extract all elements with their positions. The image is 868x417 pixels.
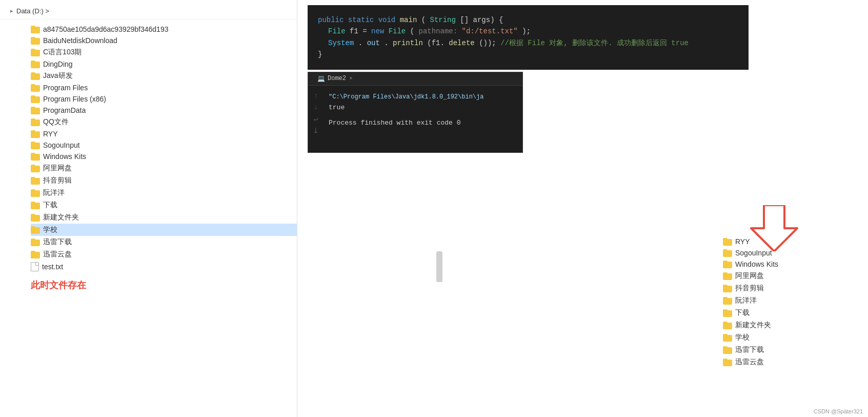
comment: //根据 File 对象, 删除该文件. 成功删除后返回 true [500, 39, 689, 47]
folder-icon [31, 37, 40, 45]
file-name: 阮洋洋 [43, 188, 65, 197]
keyword-new: new [371, 27, 384, 35]
folder-icon [31, 26, 40, 33]
file-name: RYY [43, 130, 58, 138]
folder-icon [31, 165, 40, 172]
string-value: "d:/test.txt" [462, 27, 518, 35]
terminal-gutter: ↑ ↓ ↵ ⤓ [308, 90, 324, 148]
list-item[interactable]: 学校 [723, 331, 778, 344]
list-item[interactable]: 迅雷云盘 [31, 248, 297, 261]
file-name: 下载 [735, 308, 750, 317]
file-name: 下载 [43, 201, 57, 210]
file-name: C语言103期 [43, 48, 82, 57]
list-item[interactable]: BaiduNetdiskDownload [31, 35, 297, 46]
file-name: SogouInput [735, 249, 772, 257]
main-container: ▸ Data (D:) > a84750ae105da9d6ac93929bf3… [0, 0, 868, 417]
keyword-public: public [318, 16, 344, 24]
terminal-panel: 💻 Dome2 × ↑ ↓ ↵ ⤓ "C:\Program Files\Java… [308, 72, 523, 153]
file-name: Program Files (x86) [43, 95, 106, 103]
file-name: 阮洋洋 [735, 296, 757, 305]
file-name: QQ文件 [43, 117, 69, 127]
println-word: println [393, 39, 423, 47]
list-item[interactable]: 抖音剪辑 [723, 282, 778, 294]
list-item[interactable]: QQ文件 [31, 116, 297, 128]
list-item[interactable]: ProgramData [31, 105, 297, 116]
type-file: File [328, 27, 346, 35]
list-item[interactable]: 迅雷下载 [723, 344, 778, 356]
status-text: 此时文件存在 [0, 273, 297, 291]
list-item[interactable]: 迅雷云盘 [723, 356, 778, 368]
keyword-void: void [378, 16, 396, 24]
folder-icon [31, 153, 40, 161]
right-file-list: RYYSogouInputWindows Kits阿里网盘抖音剪辑阮洋洋下载新建… [723, 236, 778, 368]
list-item[interactable]: 下载 [31, 199, 297, 211]
file-name: RYY [735, 237, 750, 246]
file-name: 阿里网盘 [735, 271, 764, 281]
code-line-4: } [318, 49, 738, 60]
list-item[interactable]: 学校 [31, 224, 297, 236]
folder-icon [723, 346, 732, 354]
list-item[interactable]: Windows Kits [31, 151, 297, 162]
gutter-wrap[interactable]: ↵ [314, 114, 318, 123]
folder-icon [31, 95, 40, 103]
list-item[interactable]: 下载 [723, 307, 778, 319]
file-name: 新建文件夹 [43, 213, 79, 222]
file-name: 迅雷下载 [43, 237, 72, 247]
folder-icon [723, 334, 732, 342]
folder-icon [31, 202, 40, 209]
folder-icon [31, 226, 40, 234]
list-item[interactable]: test.txt [31, 261, 297, 273]
gutter-down[interactable]: ↓ [314, 103, 318, 111]
file-name: 抖音剪辑 [43, 176, 72, 185]
list-item[interactable]: C语言103期 [31, 46, 297, 58]
list-item[interactable]: 阿里网盘 [31, 162, 297, 174]
out-word: out [367, 39, 380, 47]
folder-icon [31, 239, 40, 246]
list-item[interactable]: 新建文件夹 [723, 319, 778, 331]
terminal-tab[interactable]: 💻 Dome2 × [312, 73, 358, 84]
list-item[interactable]: RYY [31, 128, 297, 140]
delete-word: delete [449, 39, 474, 47]
terminal-close[interactable]: × [349, 75, 353, 82]
terminal-body: ↑ ↓ ↵ ⤓ "C:\Program Files\Java\jdk1.8.0_… [308, 86, 522, 152]
folder-icon [723, 261, 732, 268]
list-item[interactable]: Program Files [31, 82, 297, 93]
right-panel: public static void main ( String [] args… [297, 0, 868, 417]
list-item[interactable]: SogouInput [723, 247, 778, 259]
terminal-tab-label: Dome2 [328, 75, 346, 82]
file-name: 学校 [735, 333, 750, 342]
terminal-icon: 💻 [317, 75, 325, 83]
list-item[interactable]: 新建文件夹 [31, 211, 297, 224]
gutter-up[interactable]: ↑ [314, 92, 318, 100]
list-item[interactable]: Windows Kits [723, 259, 778, 270]
list-item[interactable]: 阮洋洋 [723, 294, 778, 307]
list-item[interactable]: 迅雷下载 [31, 236, 297, 248]
gutter-bottom[interactable]: ⤓ [313, 126, 319, 135]
list-item[interactable]: 抖音剪辑 [31, 174, 297, 187]
file-name: 抖音剪辑 [735, 284, 764, 293]
list-item[interactable]: Java研发 [31, 70, 297, 82]
breadcrumb[interactable]: ▸ Data (D:) > [0, 5, 297, 19]
list-item[interactable]: 阮洋洋 [31, 187, 297, 199]
list-item[interactable]: Program Files (x86) [31, 93, 297, 105]
scrollbar[interactable] [436, 251, 442, 282]
folder-icon [723, 238, 732, 246]
watermark: CSDN @Später321 [814, 408, 863, 414]
file-name: Program Files [43, 84, 88, 92]
list-item[interactable]: a84750ae105da9d6ac93929bf346d193 [31, 24, 297, 35]
system-word: System [328, 39, 354, 47]
file-name: Windows Kits [43, 152, 86, 161]
list-item[interactable]: DingDing [31, 58, 297, 70]
file-name: ProgramData [43, 106, 86, 114]
folder-icon [31, 61, 40, 68]
list-item[interactable]: RYY [723, 236, 778, 247]
file-name: BaiduNetdiskDownload [43, 36, 117, 45]
folder-icon [31, 214, 40, 222]
folder-icon [31, 251, 40, 259]
folder-icon [723, 322, 732, 329]
left-file-list: a84750ae105da9d6ac93929bf346d193BaiduNet… [0, 24, 297, 273]
folder-icon [31, 177, 40, 185]
file-name: 迅雷下载 [735, 345, 764, 354]
list-item[interactable]: 阿里网盘 [723, 270, 778, 282]
list-item[interactable]: SogouInput [31, 140, 297, 151]
